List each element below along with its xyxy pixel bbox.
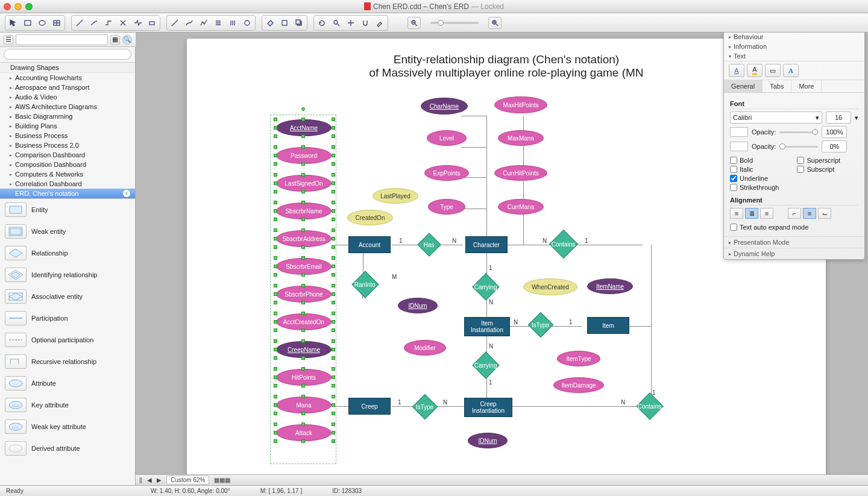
selection-handle[interactable] [274,126,277,130]
library-tree-icon[interactable]: ☰ [4,35,13,45]
attr-itemdamage[interactable]: ItemDamage [553,377,604,393]
connector6-tool-icon[interactable] [145,17,159,29]
attr-maxhitpoints[interactable]: MaxHitPoints [494,96,547,113]
attr-whencreated[interactable]: WhenCreated [523,278,577,295]
selection-handle[interactable] [332,431,335,435]
chk-superscript[interactable]: Superscript [797,157,840,164]
line2-icon[interactable] [183,17,196,29]
chk-underline[interactable]: Underline [730,175,779,182]
selection-handle[interactable] [332,228,335,232]
line6-icon[interactable] [241,17,254,29]
selection-handle[interactable] [274,412,277,415]
attr-itemname[interactable]: ItemName [587,278,633,294]
nav-prev-icon[interactable]: ◀ [147,477,152,483]
library-item[interactable]: Comparison Dashboard [0,150,135,160]
selection-handle[interactable] [332,218,335,221]
chk-strikethrough[interactable]: Strikethrough [730,184,779,191]
shape-participation[interactable]: Participation [0,307,135,329]
library-item[interactable]: Computers & Networks [0,169,135,179]
selection-handle[interactable] [332,284,335,287]
selection-handle[interactable] [274,228,277,232]
zoom-level-dropdown[interactable]: Custom 62% [166,476,209,485]
library-grid-icon[interactable]: ▦ [110,35,120,45]
tab-more[interactable]: More [791,80,822,92]
ellipse-tool-icon[interactable] [36,17,49,29]
chk-bold[interactable]: Bold [730,157,779,164]
selection-handle[interactable] [274,245,277,249]
shape-recursive-relationship[interactable]: Recursive relationship [0,351,135,372]
shape-key-attribute[interactable]: Key attribute [0,394,135,416]
bg-color-swatch[interactable] [730,142,748,151]
opacity-slider-2[interactable] [779,146,818,148]
selection-handle[interactable] [301,201,305,204]
selection-handle[interactable] [332,245,335,249]
selection-handle[interactable] [332,209,335,213]
selected-attr[interactable]: Mana [276,397,332,413]
selection-handle[interactable] [301,228,305,232]
rel-carrying2[interactable]: Carrying [472,351,499,378]
library-item[interactable]: Building Plans [0,121,135,131]
selected-attr[interactable]: SbscrbrName [276,202,332,219]
selection-handle[interactable] [274,145,277,149]
selected-attr[interactable]: AcctName [276,119,332,136]
selection-handle[interactable] [274,292,277,296]
selection-handle[interactable] [301,395,305,398]
selection-handle[interactable] [301,118,305,121]
chk-autoexpand[interactable]: Text auto expand mode [730,224,858,231]
selection-handle[interactable] [301,256,305,260]
attr-type[interactable]: Type [428,199,465,215]
library-item[interactable]: Business Process [0,131,135,140]
selection-handle[interactable] [332,237,335,240]
underline-style-icon[interactable]: A [729,64,744,77]
selection-handle[interactable] [332,412,335,415]
selection-handle[interactable] [274,439,277,443]
selection-handle[interactable] [332,162,335,166]
selection-handle[interactable] [274,173,277,177]
library-filter-input[interactable] [16,34,108,45]
selection-handle[interactable] [301,245,305,249]
shape-search-input[interactable] [4,49,131,60]
refresh-icon[interactable] [315,17,329,29]
selection-handle[interactable] [301,134,305,138]
selection-handle[interactable] [301,284,305,287]
selected-attr[interactable]: SbscrbrAddress [276,230,332,247]
library-item[interactable]: Audio & Video [0,92,135,102]
valign-bottom-icon[interactable]: ⌙ [818,208,831,219]
selection-handle[interactable] [274,431,277,435]
library-item[interactable]: Correlation Dashboard [0,179,135,189]
chk-subscript[interactable]: Subscript [797,166,840,173]
selection-handle[interactable] [301,173,305,177]
stroke-icon[interactable] [278,17,291,29]
panel-section-behaviour[interactable]: Behaviour [724,33,864,42]
nav-first-icon[interactable]: || [139,477,142,483]
selection-handle[interactable] [332,145,335,149]
selection-handle[interactable] [301,356,305,360]
entity-item[interactable]: Item [587,317,629,334]
selection-handle[interactable] [301,162,305,166]
selection-handle[interactable] [274,356,277,360]
font-style-icon[interactable]: A [783,64,799,77]
selection-handle[interactable] [332,173,335,177]
selection-handle[interactable] [274,265,277,268]
zoom-icon[interactable] [330,17,343,29]
attr-exppoints[interactable]: ExpPoints [424,165,469,181]
selection-handle[interactable] [301,218,305,221]
selection-handle[interactable] [332,403,335,407]
line1-icon[interactable] [168,17,181,29]
selection-handle[interactable] [274,190,277,193]
selection-handle[interactable] [274,284,277,287]
selection-handle[interactable] [301,190,305,193]
opacity-value-1[interactable]: 100% [822,126,847,138]
valign-mid-icon[interactable]: ≡ [803,208,816,219]
selection-handle[interactable] [332,312,335,315]
selection-handle[interactable] [332,395,335,398]
selection-handle[interactable] [332,356,335,360]
shape-palette[interactable]: Entity Weak entity Relationship Identify… [0,199,135,485]
font-family-select[interactable]: Calibri▾ [730,111,822,124]
selection-handle[interactable] [274,375,277,379]
selection-handle[interactable] [332,384,335,388]
shape-optional-participation[interactable]: Optional participation [0,329,135,351]
library-item[interactable]: Aerospace and Transport [0,83,135,92]
selection-handle[interactable] [332,301,335,304]
connector-tool-icon[interactable] [73,17,86,29]
